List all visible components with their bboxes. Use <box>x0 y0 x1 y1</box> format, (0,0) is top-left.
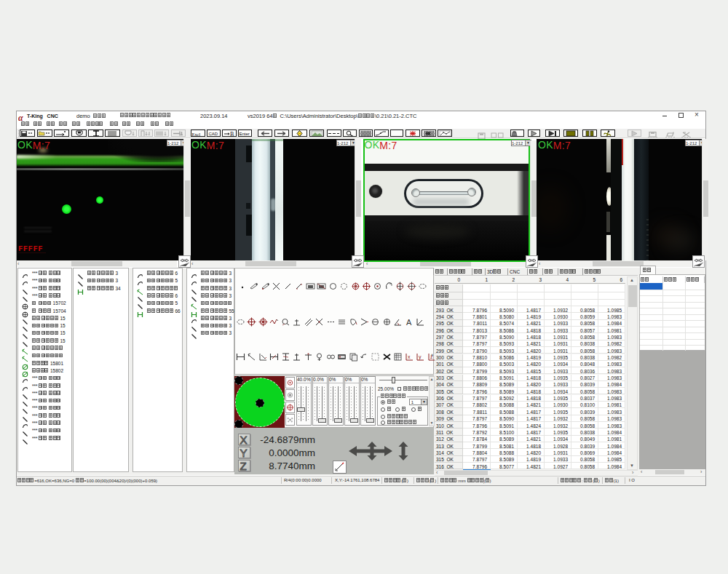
svg-text:Y: Y <box>240 447 248 458</box>
svg-text:A: A <box>406 318 412 327</box>
svg-text:Z: Z <box>240 461 247 471</box>
svg-text:y: y <box>419 354 422 360</box>
svg-text:x: x <box>408 354 411 359</box>
svg-text:B: B <box>230 131 234 137</box>
svg-text:X: X <box>240 434 248 445</box>
svg-text:α: α <box>18 113 23 121</box>
